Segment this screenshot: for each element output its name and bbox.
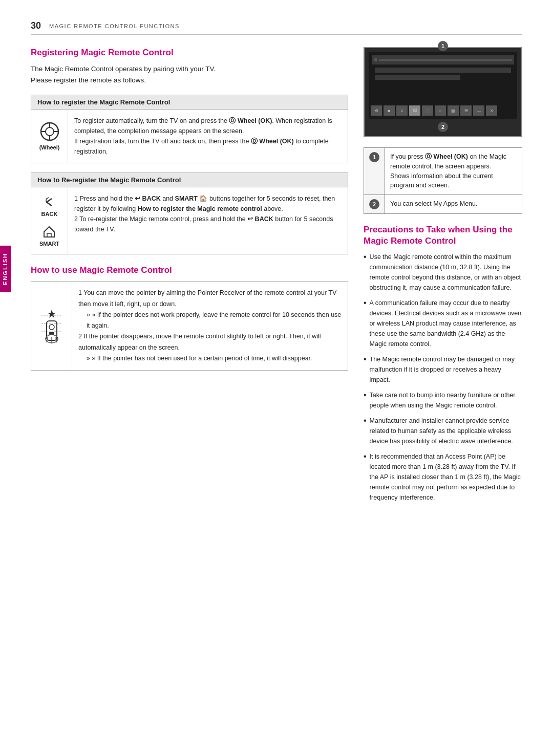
app-icon-1: ⚙ [371, 105, 382, 116]
use-item1-sub1: » If the pointer does not work properly,… [87, 310, 342, 332]
tv-app-bar: ⚙ ■ ≡ 🖼 🎵 ○ ▦ ☰ — ✕ [369, 102, 517, 119]
smart-icon [41, 224, 57, 240]
precautions-list: Use the Magic remote control within the … [364, 252, 522, 503]
register-instructions: To register automatically, turn the TV o… [68, 110, 348, 163]
tv-content-line1 [375, 68, 511, 73]
wheel-icon-area: (Wheel) [31, 110, 68, 163]
precautions-section: Precautions to Take when Using the Magic… [364, 224, 522, 503]
table-row-2: 2 You can select My Apps Menu. [364, 195, 522, 214]
table-num-2: 2 [364, 195, 385, 214]
intro-text: The Magic Remote Control operates by pai… [31, 63, 348, 85]
precaution-item-4: Take care not to bump into nearby furnit… [364, 390, 522, 411]
svg-point-1 [46, 127, 54, 136]
reregister-instructions: 1 Press and hold the ↩ BACK and SMART 🏠 … [68, 187, 348, 254]
tv-content-line2 [375, 75, 460, 80]
tv-screen-inner: ⚙ ■ ≡ 🖼 🎵 ○ ▦ ☰ — ✕ [369, 52, 517, 119]
back-icon-group: BACK [41, 195, 58, 217]
how-to-reregister-header: How to Re-register the Magic Remote Cont… [31, 173, 348, 187]
main-content: Registering Magic Remote Control The Mag… [31, 47, 522, 508]
table-row-1: 1 If you press ⓪ Wheel (OK) on the Magic… [364, 148, 522, 195]
how-to-use-section: How to use Magic Remote Control [31, 265, 348, 371]
app-icon-3: ≡ [396, 105, 408, 116]
table-text-2: You can select My Apps Menu. [385, 195, 522, 214]
precaution-item-5: Manufacturer and installer cannot provid… [364, 416, 522, 446]
how-to-use-box: 1 You can move the pointer by aiming the… [31, 281, 348, 371]
registering-title: Registering Magic Remote Control [31, 47, 348, 58]
app-icon-5: 🎵 [422, 105, 433, 116]
pointer-icon-area [31, 282, 72, 370]
app-icon-2: ■ [384, 105, 395, 116]
app-icon-4: 🖼 [409, 105, 420, 116]
wheel-svg [40, 122, 59, 141]
back-smart-icons-area: BACK SMART [31, 187, 68, 254]
pointer-remote-icon [36, 306, 67, 347]
use-item1: 1 You can move the pointer by aiming the… [78, 289, 336, 307]
precaution-item-3: The Magic remote control may be damaged … [364, 354, 522, 385]
app-icon-6: ○ [435, 105, 446, 116]
tv-top-bar [372, 55, 514, 64]
use-item2: 2 If the pointer disappears, move the re… [78, 333, 321, 351]
how-to-register-body: (Wheel) To register automatically, turn … [31, 110, 348, 163]
app-icon-8: ☰ [460, 105, 472, 116]
app-icon-9: — [473, 105, 484, 116]
language-sidebar: ENGLISH [0, 246, 11, 292]
smart-icon-group: SMART [39, 224, 59, 247]
svg-point-11 [49, 325, 54, 330]
wheel-label: (Wheel) [39, 144, 60, 150]
smart-label: SMART [39, 241, 59, 247]
page-number: 30 [31, 20, 41, 31]
tv-dot [374, 58, 377, 61]
page-header: 30 MAGIC REMOTE CONTROL FUNCTIONS [31, 20, 522, 35]
tv-bar-line [379, 59, 512, 61]
table-text-1: If you press ⓪ Wheel (OK) on the Magic r… [385, 148, 522, 195]
how-to-use-title: How to use Magic Remote Control [31, 265, 348, 276]
how-to-register-box: How to register the Magic Remote Control [31, 95, 348, 163]
page: ENGLISH 30 MAGIC REMOTE CONTROL FUNCTION… [0, 0, 553, 538]
how-to-use-text: 1 You can move the pointer by aiming the… [72, 282, 348, 370]
how-to-reregister-body: BACK SMART [31, 187, 348, 254]
annotation-2-circle: 2 [369, 122, 517, 132]
use-item2-sub1: » If the pointer has not been used for a… [87, 353, 342, 364]
annotation-1-circle: 1 [438, 41, 448, 51]
precautions-title: Precautions to Take when Using the Magic… [364, 224, 522, 247]
precaution-item-6: It is recommended that an Access Point (… [364, 451, 522, 503]
back-icon [41, 195, 57, 210]
how-to-reregister-box: How to Re-register the Magic Remote Cont… [31, 172, 348, 254]
back-label: BACK [41, 211, 58, 217]
back-smart-icon-group: BACK SMART [39, 195, 59, 247]
app-icon-7: ▦ [448, 105, 459, 116]
precaution-item-1: Use the Magic remote control within the … [364, 252, 522, 293]
right-column: 1 ⚙ ■ [364, 47, 522, 508]
registering-section: Registering Magic Remote Control The Mag… [31, 47, 348, 254]
app-icon-10: ✕ [486, 105, 497, 116]
page-chapter: MAGIC REMOTE CONTROL FUNCTIONS [49, 23, 180, 29]
svg-rect-6 [47, 233, 51, 237]
table-body: 1 If you press ⓪ Wheel (OK) on the Magic… [364, 148, 522, 214]
tv-screen-mockup: 1 ⚙ ■ [364, 47, 522, 137]
left-column: Registering Magic Remote Control The Mag… [31, 47, 348, 508]
precaution-item-2: A communication failure may occur due to… [364, 298, 522, 349]
how-to-register-header: How to register the Magic Remote Control [31, 95, 348, 110]
tv-content-area [369, 64, 517, 102]
table-num-1: 1 [364, 148, 385, 195]
right-info-table: 1 If you press ⓪ Wheel (OK) on the Magic… [364, 147, 522, 214]
